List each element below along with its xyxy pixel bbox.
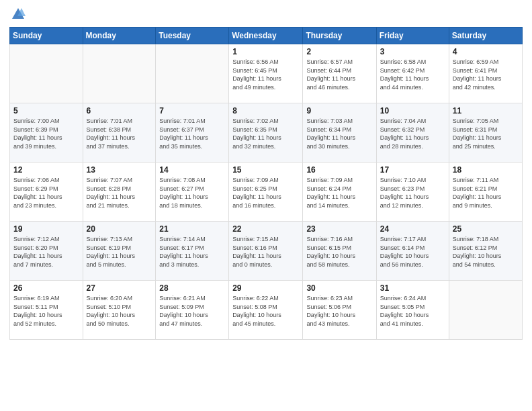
day-number: 17 [380,165,445,175]
day-number: 26 [13,283,79,293]
day-info: Sunrise: 7:13 AM Sunset: 6:19 PM Dayligh… [87,235,152,269]
day-number: 25 [453,224,519,234]
day-info: Sunrise: 6:56 AM Sunset: 6:45 PM Dayligh… [232,58,299,91]
day-info: Sunrise: 7:01 AM Sunset: 6:37 PM Dayligh… [159,117,225,150]
day-info: Sunrise: 7:08 AM Sunset: 6:27 PM Dayligh… [159,176,225,210]
header [9,7,523,21]
day-info: Sunrise: 7:10 AM Sunset: 6:23 PM Dayligh… [380,176,445,210]
calendar-week-3: 12Sunrise: 7:06 AM Sunset: 6:29 PM Dayli… [10,163,523,222]
day-info: Sunrise: 7:16 AM Sunset: 6:15 PM Dayligh… [306,235,372,269]
day-number: 1 [232,47,299,56]
weekday-header-monday: Monday [83,28,156,44]
calendar-cell: 23Sunrise: 7:16 AM Sunset: 6:15 PM Dayli… [303,222,376,281]
calendar-cell: 31Sunrise: 6:24 AM Sunset: 5:05 PM Dayli… [376,281,449,340]
day-info: Sunrise: 7:00 AM Sunset: 6:39 PM Dayligh… [13,117,79,150]
calendar-week-4: 19Sunrise: 7:12 AM Sunset: 6:20 PM Dayli… [10,222,523,281]
day-info: Sunrise: 7:11 AM Sunset: 6:21 PM Dayligh… [453,176,519,210]
calendar-cell: 14Sunrise: 7:08 AM Sunset: 6:27 PM Dayli… [156,163,229,222]
calendar-cell: 29Sunrise: 6:22 AM Sunset: 5:08 PM Dayli… [229,281,303,340]
calendar-cell: 16Sunrise: 7:09 AM Sunset: 6:24 PM Dayli… [303,163,376,222]
day-number: 24 [380,224,445,234]
day-number: 16 [306,165,372,175]
day-number: 30 [306,283,372,293]
day-number: 29 [232,283,299,293]
calendar-cell: 18Sunrise: 7:11 AM Sunset: 6:21 PM Dayli… [449,163,522,222]
day-number: 2 [306,47,372,56]
day-number: 5 [13,106,79,116]
day-info: Sunrise: 7:04 AM Sunset: 6:32 PM Dayligh… [380,117,445,150]
calendar-cell: 1Sunrise: 6:56 AM Sunset: 6:45 PM Daylig… [229,44,303,103]
weekday-header-thursday: Thursday [303,28,376,44]
calendar-cell [156,44,229,103]
day-info: Sunrise: 7:15 AM Sunset: 6:16 PM Dayligh… [232,235,299,269]
calendar-cell: 2Sunrise: 6:57 AM Sunset: 6:44 PM Daylig… [303,44,376,103]
day-info: Sunrise: 7:14 AM Sunset: 6:17 PM Dayligh… [159,235,225,269]
day-info: Sunrise: 6:21 AM Sunset: 5:09 PM Dayligh… [159,294,225,328]
calendar-cell: 19Sunrise: 7:12 AM Sunset: 6:20 PM Dayli… [10,222,83,281]
day-number: 7 [159,106,225,116]
day-number: 11 [453,106,519,116]
day-number: 27 [87,283,152,293]
calendar-cell: 11Sunrise: 7:05 AM Sunset: 6:31 PM Dayli… [449,103,522,163]
calendar-cell: 7Sunrise: 7:01 AM Sunset: 6:37 PM Daylig… [156,103,229,163]
logo-icon [11,7,26,21]
day-number: 3 [380,47,445,56]
day-info: Sunrise: 7:05 AM Sunset: 6:31 PM Dayligh… [453,117,519,150]
calendar-cell [83,44,156,103]
calendar-cell: 17Sunrise: 7:10 AM Sunset: 6:23 PM Dayli… [376,163,449,222]
calendar-week-2: 5Sunrise: 7:00 AM Sunset: 6:39 PM Daylig… [10,103,523,163]
day-number: 14 [159,165,225,175]
weekday-header-wednesday: Wednesday [229,28,303,44]
day-number: 13 [87,165,152,175]
calendar-week-5: 26Sunrise: 6:19 AM Sunset: 5:11 PM Dayli… [10,281,523,340]
day-number: 22 [232,224,299,234]
calendar-cell: 12Sunrise: 7:06 AM Sunset: 6:29 PM Dayli… [10,163,83,222]
day-number: 19 [13,224,79,234]
logo [9,7,26,21]
day-info: Sunrise: 6:23 AM Sunset: 5:06 PM Dayligh… [306,294,372,328]
day-number: 6 [87,106,152,116]
calendar-cell: 4Sunrise: 6:59 AM Sunset: 6:41 PM Daylig… [449,44,522,103]
day-number: 28 [159,283,225,293]
weekday-header-sunday: Sunday [10,28,83,44]
calendar-week-1: 1Sunrise: 6:56 AM Sunset: 6:45 PM Daylig… [10,44,523,103]
calendar-cell: 13Sunrise: 7:07 AM Sunset: 6:28 PM Dayli… [83,163,156,222]
weekday-header-saturday: Saturday [449,28,522,44]
weekday-header-friday: Friday [376,28,449,44]
day-number: 10 [380,106,445,116]
calendar-cell: 6Sunrise: 7:01 AM Sunset: 6:38 PM Daylig… [83,103,156,163]
weekday-header-row: SundayMondayTuesdayWednesdayThursdayFrid… [10,28,523,44]
calendar-cell: 27Sunrise: 6:20 AM Sunset: 5:10 PM Dayli… [83,281,156,340]
day-info: Sunrise: 6:59 AM Sunset: 6:41 PM Dayligh… [453,58,519,91]
day-info: Sunrise: 7:09 AM Sunset: 6:24 PM Dayligh… [306,176,372,210]
day-info: Sunrise: 6:22 AM Sunset: 5:08 PM Dayligh… [232,294,299,328]
calendar-cell: 15Sunrise: 7:09 AM Sunset: 6:25 PM Dayli… [229,163,303,222]
day-number: 23 [306,224,372,234]
calendar-cell: 30Sunrise: 6:23 AM Sunset: 5:06 PM Dayli… [303,281,376,340]
calendar-cell: 21Sunrise: 7:14 AM Sunset: 6:17 PM Dayli… [156,222,229,281]
calendar-cell: 22Sunrise: 7:15 AM Sunset: 6:16 PM Dayli… [229,222,303,281]
calendar-cell: 20Sunrise: 7:13 AM Sunset: 6:19 PM Dayli… [83,222,156,281]
calendar-cell [10,44,83,103]
day-info: Sunrise: 7:03 AM Sunset: 6:34 PM Dayligh… [306,117,372,150]
day-info: Sunrise: 6:20 AM Sunset: 5:10 PM Dayligh… [87,294,152,328]
day-number: 12 [13,165,79,175]
calendar-cell: 8Sunrise: 7:02 AM Sunset: 6:35 PM Daylig… [229,103,303,163]
day-number: 9 [306,106,372,116]
calendar-cell: 3Sunrise: 6:58 AM Sunset: 6:42 PM Daylig… [376,44,449,103]
day-info: Sunrise: 7:09 AM Sunset: 6:25 PM Dayligh… [232,176,299,210]
day-info: Sunrise: 7:02 AM Sunset: 6:35 PM Dayligh… [232,117,299,150]
day-info: Sunrise: 7:01 AM Sunset: 6:38 PM Dayligh… [87,117,152,150]
day-number: 31 [380,283,445,293]
calendar-cell: 5Sunrise: 7:00 AM Sunset: 6:39 PM Daylig… [10,103,83,163]
day-number: 15 [232,165,299,175]
calendar-cell: 26Sunrise: 6:19 AM Sunset: 5:11 PM Dayli… [10,281,83,340]
calendar-cell: 28Sunrise: 6:21 AM Sunset: 5:09 PM Dayli… [156,281,229,340]
calendar-cell [449,281,522,340]
weekday-header-tuesday: Tuesday [156,28,229,44]
day-number: 8 [232,106,299,116]
day-info: Sunrise: 6:19 AM Sunset: 5:11 PM Dayligh… [13,294,79,328]
day-info: Sunrise: 7:18 AM Sunset: 6:12 PM Dayligh… [453,235,519,269]
day-number: 20 [87,224,152,234]
day-info: Sunrise: 6:58 AM Sunset: 6:42 PM Dayligh… [380,58,445,91]
